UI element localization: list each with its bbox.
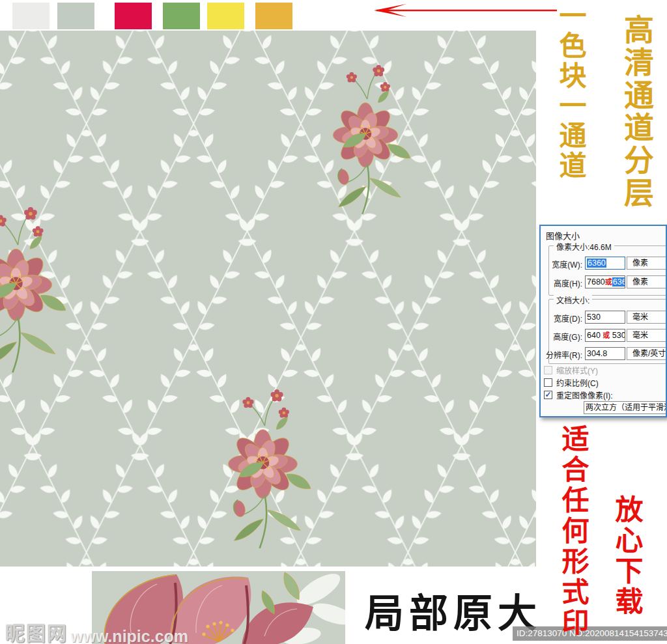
watermark-site-name: 昵图网 [5,617,68,644]
watermark: 昵图网 www.nipic.com [5,617,188,644]
color-swatch-sage [57,3,94,29]
resolution-label: 分辨率(R): [542,349,582,360]
width-unit-dropdown[interactable]: 像素˅ [627,257,667,270]
constrain-proportions-checkbox-row[interactable]: 约束比例(C) [544,377,599,388]
constrain-proportions-label: 约束比例(C) [556,377,599,388]
gold-note-hd-channel-layers: 高清通道分层 [621,14,651,210]
width-input[interactable]: 6360 [585,257,625,270]
resample-method-dropdown[interactable]: 两次立方（适用于平滑渐变 [584,401,667,414]
resolution-input[interactable]: 304.8 [585,347,625,360]
scale-styles-label: 缩放样式(Y) [556,365,598,376]
dialog-title: 图像大小 [546,229,580,242]
doc-height-or-mark: 或 [603,331,610,339]
left-arrow-icon [365,2,560,19]
constrain-proportions-checkbox[interactable] [544,378,552,387]
width-label: 宽度(W): [542,259,582,270]
resample-image-checkbox-row[interactable]: ✓ 重定图像像素(I): [544,389,613,400]
wallpaper-pattern-preview [0,31,536,567]
resample-image-label: 重定图像像素(I): [556,389,613,400]
red-note-any-print-format: 适合任何形式印 [559,425,586,639]
image-size-dialog: 图像大小 像素大小:46.6M 宽度(W): 6360 像素˅ 高度(H): 7… [539,225,667,417]
height-or-mark: 或 [605,278,612,286]
resolution-unit-dropdown[interactable]: 像素/英寸 [627,347,667,360]
doc-height-input[interactable]: 640 或 530 [585,329,625,342]
resample-image-checkbox[interactable]: ✓ [544,391,552,399]
doc-height-label: 高度(G): [542,331,582,342]
doc-width-unit-dropdown[interactable]: 毫米 [627,311,667,324]
pixel-size-label: 像素大小:46.6M [554,241,614,252]
doc-width-input[interactable]: 530 [585,311,625,324]
color-swatch-yellow [207,3,244,29]
scale-styles-checkbox-row[interactable]: 缩放样式(Y) [544,365,598,376]
red-note-download-with-confidence: 放心下载 [612,495,640,617]
watermark-url: www.nipic.com [70,627,188,644]
doc-height-unit-dropdown[interactable]: 毫米 [627,329,667,342]
color-swatch-crimson [115,3,152,29]
gold-note-one-block-one-channel: 一色块一通道 [556,1,584,181]
scale-styles-checkbox[interactable] [544,366,552,374]
color-swatch-offwhite [12,3,50,29]
color-swatch-green [163,3,200,29]
color-swatch-gold [255,3,292,29]
image-id-bar: ID:27813070 NO:20200814154153743082 [513,626,667,641]
height-label: 高度(H): [542,277,582,288]
page: 一色块一通道 高清通道分层 适合任何形式印 放心下载 图像大小 像素大小:46.… [0,0,667,644]
height-input[interactable]: 7680或6360 [585,275,625,288]
document-size-label: 文档大小: [554,294,592,305]
doc-width-label: 宽度(D): [542,313,582,324]
height-unit-dropdown[interactable]: 像素˅ [627,275,667,288]
